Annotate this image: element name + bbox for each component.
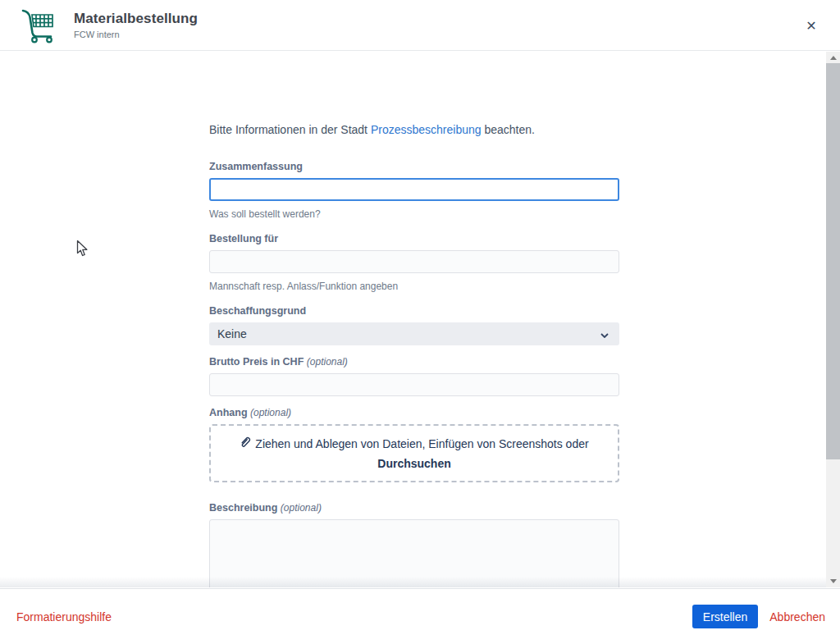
summary-label: Zusammenfassung: [209, 161, 619, 172]
reason-label: Beschaffungsgrund: [209, 305, 619, 317]
order-for-help-text: Mannschaft resp. Anlass/Funktion angeben: [209, 281, 619, 292]
attachment-optional-tag: (optional): [250, 407, 291, 418]
summary-field-group: Zusammenfassung Was soll bestellt werden…: [209, 161, 619, 220]
price-input[interactable]: [209, 373, 619, 396]
attachment-dropzone[interactable]: Ziehen und Ablegen von Dateien, Einfügen…: [209, 424, 619, 482]
dropzone-text: Ziehen und Ablegen von Dateien, Einfügen…: [255, 434, 588, 454]
order-for-input[interactable]: [209, 250, 619, 273]
procurement-reason-select[interactable]: Keine: [209, 322, 619, 345]
price-label: Brutto Preis in CHF (optional): [209, 356, 619, 368]
dialog-title: Materialbestellung: [74, 11, 198, 27]
attachment-field-group: Anhang (optional) Ziehen und Ablegen von…: [209, 407, 619, 482]
create-button[interactable]: Erstellen: [692, 605, 758, 628]
price-field-group: Brutto Preis in CHF (optional): [209, 356, 619, 396]
shopping-cart-icon: [18, 7, 57, 47]
intro-text: Bitte Informationen in der Stadt Prozess…: [209, 123, 619, 136]
attachment-label: Anhang (optional): [209, 407, 619, 418]
formatting-help-link[interactable]: Formatierungshilfe: [16, 610, 112, 623]
reason-field-group: Beschaffungsgrund Keine: [209, 305, 619, 345]
process-description-link[interactable]: Prozessbeschreibung: [371, 123, 482, 136]
browse-files-button[interactable]: Durchsuchen: [377, 454, 450, 473]
order-for-label: Bestellung für: [209, 233, 619, 244]
scrollbar-thumb[interactable]: [826, 63, 840, 459]
chevron-down-icon: [600, 327, 609, 340]
scrollbar-up-button[interactable]: [826, 52, 840, 64]
description-field-group: Beschreibung (optional): [209, 502, 619, 587]
dialog-footer: Formatierungshilfe Erstellen Abbrechen: [0, 588, 840, 644]
description-textarea[interactable]: [209, 519, 619, 587]
description-optional-tag: (optional): [281, 502, 322, 514]
summary-input[interactable]: [209, 178, 619, 201]
intro-text-before: Bitte Informationen in der Stadt: [209, 123, 371, 136]
cancel-button[interactable]: Abbrechen: [769, 610, 825, 623]
scrollbar[interactable]: [826, 52, 840, 587]
dialog-subtitle: FCW intern: [74, 30, 198, 39]
summary-help-text: Was soll bestellt werden?: [209, 208, 619, 220]
scrollbar-down-button[interactable]: [826, 575, 840, 587]
description-label: Beschreibung (optional): [209, 502, 619, 514]
price-optional-tag: (optional): [307, 356, 348, 368]
dialog-body: Bitte Informationen in der Stadt Prozess…: [0, 52, 826, 587]
close-icon[interactable]: ✕: [802, 17, 820, 35]
dialog-header: Materialbestellung FCW intern ✕: [0, 0, 840, 51]
selected-option: Keine: [217, 327, 247, 340]
intro-text-after: beachten.: [482, 123, 535, 136]
order-for-field-group: Bestellung für Mannschaft resp. Anlass/F…: [209, 233, 619, 292]
paperclip-icon: [240, 434, 251, 454]
